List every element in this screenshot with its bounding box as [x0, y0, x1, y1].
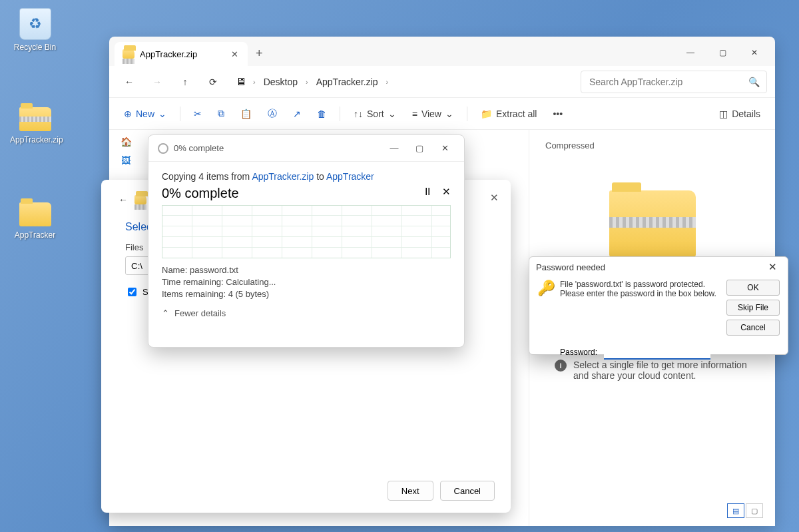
copy-prefix: Copying 4 items from	[162, 171, 252, 182]
desktop-folder[interactable]: AppTracker	[10, 198, 60, 240]
tab-close-button[interactable]: ✕	[228, 47, 241, 62]
password-ok-button[interactable]: OK	[726, 280, 780, 296]
view-label: View	[421, 109, 441, 119]
copy-items-line: Items remaining: 4 (5 bytes)	[162, 289, 451, 299]
folder-icon	[19, 202, 51, 226]
rename-button[interactable]: Ⓐ	[261, 102, 284, 126]
details-toggle-button[interactable]: ◫ Details	[712, 102, 767, 126]
view-button[interactable]: ≡ View ⌄	[405, 102, 460, 126]
desktop-recycle-bin[interactable]: Recycle Bin	[10, 8, 60, 52]
password-cancel-button[interactable]: Cancel	[726, 320, 780, 336]
nav-forward-button[interactable]: →	[145, 70, 169, 94]
copy-button[interactable]: ⧉	[211, 102, 231, 126]
copy-description: Copying 4 items from AppTracker.zip to A…	[162, 171, 451, 182]
back-arrow-icon[interactable]: ←	[119, 194, 128, 205]
copy-time-line: Time remaining: Calculating...	[162, 277, 451, 287]
sort-label: Sort	[367, 109, 384, 119]
new-button[interactable]: ⊕ New ⌄	[117, 102, 173, 126]
new-label: New	[136, 109, 154, 119]
paste-button[interactable]: 📋	[234, 102, 258, 126]
nav-bar: ← → ↑ ⟳ 🖥 › Desktop › AppTracker.zip › 🔍	[109, 66, 775, 98]
password-message: File 'password.txt' is password protecte…	[560, 280, 720, 336]
separator	[467, 107, 467, 121]
more-button[interactable]: •••	[546, 102, 569, 126]
search-input[interactable]	[588, 76, 748, 88]
progress-circle-icon	[158, 143, 168, 154]
search-box[interactable]: 🔍	[581, 71, 767, 93]
cut-button[interactable]: ✂	[187, 102, 208, 126]
fewer-details-toggle[interactable]: ⌃ Fewer details	[162, 308, 451, 318]
view-details-icon-button[interactable]: ▤	[727, 503, 744, 518]
wizard-cancel-button[interactable]: Cancel	[440, 481, 495, 501]
chevron-right-icon: ›	[253, 78, 256, 86]
recycle-bin-icon	[19, 8, 51, 40]
copy-percent-text: 0% complete	[162, 186, 239, 200]
chevron-right-icon: ›	[386, 78, 389, 86]
password-close-button[interactable]: ✕	[764, 260, 781, 274]
cancel-copy-button[interactable]: ✕	[442, 186, 451, 198]
crumb-zip[interactable]: AppTracker.zip	[315, 74, 380, 90]
view-large-icon-button[interactable]: ▢	[746, 503, 763, 518]
password-dialog: Password needed ✕ 🔑 File 'password.txt' …	[529, 256, 788, 355]
tab-zip-icon	[123, 49, 134, 59]
toolbar: ⊕ New ⌄ ✂ ⧉ 📋 Ⓐ ↗ 🗑 ↑↓ Sort ⌄ ≡ View ⌄ 📁…	[109, 98, 775, 130]
copy-name-line: Name: password.txt	[162, 265, 451, 275]
copy-close-button[interactable]: ✕	[435, 140, 455, 157]
separator	[180, 107, 180, 121]
large-zip-icon	[609, 190, 696, 257]
extract-all-label: Extract all	[496, 109, 537, 119]
details-header: Compressed	[545, 140, 759, 150]
search-icon: 🔍	[748, 77, 760, 87]
separator	[340, 107, 340, 121]
pause-button[interactable]: ⅠⅠ	[425, 186, 430, 198]
nav-up-button[interactable]: ↑	[173, 70, 197, 94]
progress-chart	[162, 205, 451, 258]
sort-button[interactable]: ↑↓ Sort ⌄	[347, 102, 403, 126]
recycle-bin-label: Recycle Bin	[10, 43, 60, 52]
wizard-close-button[interactable]: ✕	[490, 192, 499, 204]
pc-icon: 🖥	[236, 76, 246, 88]
wizard-zip-icon	[134, 195, 146, 204]
window-maximize-button[interactable]: ▢	[707, 42, 738, 63]
chevron-up-icon: ⌃	[162, 308, 169, 318]
crumb-desktop[interactable]: Desktop	[262, 74, 299, 90]
password-input[interactable]	[604, 345, 710, 360]
zip-file-icon	[19, 107, 51, 131]
tab-title: AppTracker.zip	[140, 49, 197, 59]
details-label: Details	[732, 109, 760, 119]
copy-maximize-button[interactable]: ▢	[409, 140, 429, 157]
share-button[interactable]: ↗	[286, 102, 308, 126]
copy-minimize-button[interactable]: ―	[384, 140, 404, 157]
wizard-show-checkbox[interactable]	[128, 288, 136, 296]
copy-progress-dialog: 0% complete ― ▢ ✕ Copying 4 items from A…	[148, 134, 465, 348]
password-title: Password needed	[536, 262, 605, 272]
gallery-icon[interactable]: 🖼	[119, 154, 133, 167]
extract-all-button[interactable]: 📁 Extract all	[474, 102, 543, 126]
password-label: Password:	[560, 348, 597, 357]
copy-source-link[interactable]: AppTracker.zip	[252, 171, 314, 182]
desktop-zip-file[interactable]: AppTracker.zip	[10, 103, 60, 144]
password-skip-button[interactable]: Skip File	[726, 300, 780, 316]
folder-label: AppTracker	[10, 230, 60, 240]
tab-apptracker[interactable]: AppTracker.zip ✕	[115, 42, 248, 66]
chevron-right-icon: ›	[306, 78, 308, 86]
fewer-details-label: Fewer details	[174, 308, 226, 318]
copy-title-text: 0% complete	[174, 143, 224, 153]
delete-button[interactable]: 🗑	[310, 102, 333, 126]
copy-dest-link[interactable]: AppTracker	[326, 171, 374, 182]
nav-refresh-button[interactable]: ⟳	[201, 70, 225, 94]
window-minimize-button[interactable]: ―	[675, 42, 706, 63]
wizard-next-button[interactable]: Next	[388, 481, 433, 501]
new-tab-button[interactable]: +	[248, 41, 271, 66]
window-close-button[interactable]: ✕	[739, 42, 770, 63]
home-icon[interactable]: 🏠	[119, 135, 133, 148]
breadcrumb[interactable]: 🖥 › Desktop › AppTracker.zip ›	[229, 74, 577, 90]
copy-mid: to	[314, 171, 326, 182]
key-icon: 🔑	[537, 280, 553, 336]
nav-back-button[interactable]: ←	[117, 70, 141, 94]
zip-file-label: AppTracker.zip	[10, 135, 60, 144]
